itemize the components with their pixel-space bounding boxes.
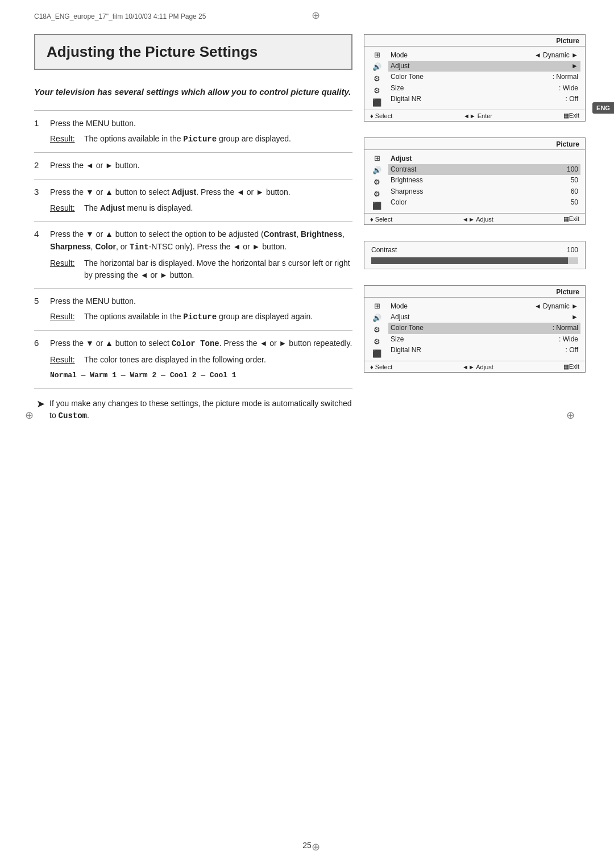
- footer-adjust-2: ◄► Adjust: [462, 215, 493, 223]
- tv-icon-dial: ⚙: [374, 87, 380, 94]
- tv-icon-wrench: ⚙: [374, 75, 380, 82]
- step-1-instruction: Press the MENU button.: [50, 119, 136, 128]
- main-content: Adjusting the Picture Settings Your tele…: [34, 34, 352, 422]
- menu-label-mode: Mode: [391, 50, 408, 61]
- result-label-3: Result:: [50, 202, 84, 215]
- tv-icon-screen-2: ⬛: [372, 202, 381, 210]
- result-text-3: The Adjust menu is displayed.: [84, 202, 352, 214]
- tv-menu-row-color: Color 50: [388, 197, 580, 208]
- menu-label-digitalnr: Digital NR: [391, 94, 421, 105]
- step-1: 1 Press the MENU button. Result: The opt…: [34, 111, 352, 153]
- result-label-1: Result:: [50, 133, 84, 145]
- menu-label-adjust-3: Adjust: [391, 312, 409, 323]
- step-2-instruction: Press the ◄ or ► button.: [50, 161, 140, 170]
- menu-value-contrast: 100: [567, 164, 578, 175]
- step-6: 6 Press the ▼ or ▲ button to select Colo…: [34, 331, 352, 389]
- tv-menu-row-sharpness: Sharpness 60: [388, 186, 580, 197]
- tv-menu-row-colortone-3: Color Tone : Normal: [388, 323, 580, 333]
- tv-screen-1-icons: ⊞ 🔊 ⚙ ⚙ ⬛: [369, 50, 385, 106]
- tv-menu-row-mode-3: Mode ◄ Dynamic ►: [388, 301, 580, 312]
- crosshair-top: [312, 9, 323, 20]
- result-label-6: Result:: [50, 354, 84, 366]
- tv-screen-3-header: Picture: [364, 286, 585, 298]
- result-text-1: The options available in the Picture gro…: [84, 133, 352, 145]
- footer-exit-2: ▦Exit: [563, 215, 579, 223]
- step-content-4: Press the ▼ or ▲ button to select the op…: [50, 228, 352, 281]
- result-label-5: Result:: [50, 311, 84, 323]
- step-number-6: 6: [34, 337, 50, 348]
- menu-value-adjust: ►: [571, 61, 578, 72]
- tv-icon-dial-2: ⚙: [374, 190, 380, 198]
- step-4: 4 Press the ▼ or ▲ button to select the …: [34, 222, 352, 288]
- footer-select-3: ♦ Select: [370, 363, 392, 370]
- crosshair-mid-right: [566, 409, 578, 420]
- step-number-5: 5: [34, 295, 50, 306]
- step-number-4: 4: [34, 228, 50, 239]
- steps-container: 1 Press the MENU button. Result: The opt…: [34, 110, 352, 389]
- tv-menu-row-size-3: Size : Wide: [388, 334, 580, 345]
- menu-label-colortone: Color Tone: [391, 72, 424, 82]
- tv-menu-row-brightness: Brightness 50: [388, 175, 580, 186]
- tv-screen-3-body: ⊞ 🔊 ⚙ ⚙ ⬛ Mode ◄ Dynamic ► Adjust ►: [364, 298, 585, 361]
- tv-icon-menu-2: ⊞: [374, 155, 380, 162]
- page-number: 25: [302, 841, 312, 850]
- menu-label-adjust-title: Adjust: [391, 153, 412, 164]
- tv-menu-row-mode: Mode ◄ Dynamic ►: [388, 50, 580, 61]
- contrast-value: 100: [567, 246, 578, 254]
- tv-icon-dial-3: ⚙: [374, 338, 380, 345]
- menu-label-colortone-3: Color Tone: [391, 323, 424, 333]
- contrast-bar-container: [371, 257, 578, 264]
- note-row: ➤ If you make any changes to these setti…: [34, 398, 352, 422]
- contrast-bar-fill: [371, 257, 568, 264]
- tv-screen-1-body: ⊞ 🔊 ⚙ ⚙ ⬛ Mode ◄ Dynamic ► Adjust ►: [364, 47, 585, 110]
- tv-menu-row-adjust-title: Adjust: [388, 153, 580, 164]
- tv-screen-3-footer: ♦ Select ◄► Adjust ▦Exit: [364, 361, 585, 372]
- tv-icon-menu: ⊞: [374, 51, 380, 59]
- step-content-6: Press the ▼ or ▲ button to select Color …: [50, 337, 352, 381]
- step-5-instruction: Press the MENU button.: [50, 297, 136, 306]
- tv-icon-wrench-2: ⚙: [374, 178, 380, 186]
- step-content-3: Press the ▼ or ▲ button to select Adjust…: [50, 186, 352, 214]
- tv-screen-2-header: Picture: [364, 138, 585, 150]
- footer-enter-1: ◄► Enter: [463, 112, 492, 119]
- footer-exit-1: ▦Exit: [563, 112, 579, 119]
- step-number-2: 2: [34, 160, 50, 170]
- menu-label-adjust: Adjust: [391, 61, 409, 72]
- step-4-instruction: Press the ▼ or ▲ button to select the op…: [50, 229, 345, 251]
- tv-screen-2-icons: ⊞ 🔊 ⚙ ⚙ ⬛: [369, 153, 385, 210]
- header-meta: C18A_ENG_europe_17"_film 10/10/03 4:11 P…: [34, 12, 206, 20]
- result-text-6: The color tones are displayed in the fol…: [84, 354, 352, 366]
- tv-panel: Picture ⊞ 🔊 ⚙ ⚙ ⬛ Mode ◄ Dynamic ► Adjus…: [364, 34, 586, 373]
- tv-screen-1-header: Picture: [364, 35, 585, 47]
- tv-screen-2-footer: ♦ Select ◄► Adjust ▦Exit: [364, 213, 585, 224]
- contrast-label: Contrast: [371, 246, 397, 254]
- step-number-3: 3: [34, 186, 50, 197]
- note-text: If you make any changes to these setting…: [49, 398, 352, 422]
- tv-icon-wrench-3: ⚙: [374, 326, 380, 333]
- tv-screen-3-icons: ⊞ 🔊 ⚙ ⚙ ⬛: [369, 301, 385, 357]
- result-text-5: The options available in the Picture gro…: [84, 311, 352, 323]
- contrast-header-row: Contrast 100: [371, 246, 578, 254]
- color-sequence: Normal — Warm 1 — Warm 2 — Cool 2 — Cool…: [50, 370, 352, 381]
- step-6-instruction: Press the ▼ or ▲ button to select Color …: [50, 339, 352, 348]
- footer-select-1: ♦ Select: [370, 112, 392, 119]
- step-2: 2 Press the ◄ or ► button.: [34, 153, 352, 180]
- step-content-5: Press the MENU button. Result: The optio…: [50, 295, 352, 324]
- page-container: C18A_ENG_europe_17"_film 10/10/03 4:11 P…: [0, 0, 614, 868]
- footer-adjust-3: ◄► Adjust: [462, 363, 493, 370]
- menu-value-color: 50: [571, 197, 578, 208]
- tv-screen-3: Picture ⊞ 🔊 ⚙ ⚙ ⬛ Mode ◄ Dynamic ► Adjus…: [364, 285, 586, 373]
- step-3-result: Result: The Adjust menu is displayed.: [50, 202, 352, 215]
- footer-select-2: ♦ Select: [370, 215, 392, 223]
- tv-icon-menu-3: ⊞: [374, 302, 380, 310]
- tv-icon-screen-3: ⬛: [372, 350, 381, 357]
- step-3: 3 Press the ▼ or ▲ button to select Adju…: [34, 180, 352, 222]
- step-content-2: Press the ◄ or ► button.: [50, 160, 352, 172]
- eng-badge: ENG: [592, 102, 614, 114]
- tv-screen-2: Picture ⊞ 🔊 ⚙ ⚙ ⬛ Adjust Contrast 100: [364, 137, 586, 225]
- menu-label-sharpness: Sharpness: [391, 186, 423, 197]
- step-5-result: Result: The options available in the Pic…: [50, 311, 352, 323]
- menu-value-mode-3: ◄ Dynamic ►: [534, 301, 578, 312]
- menu-value-brightness: 50: [571, 175, 578, 186]
- step-content-1: Press the MENU button. Result: The optio…: [50, 118, 352, 146]
